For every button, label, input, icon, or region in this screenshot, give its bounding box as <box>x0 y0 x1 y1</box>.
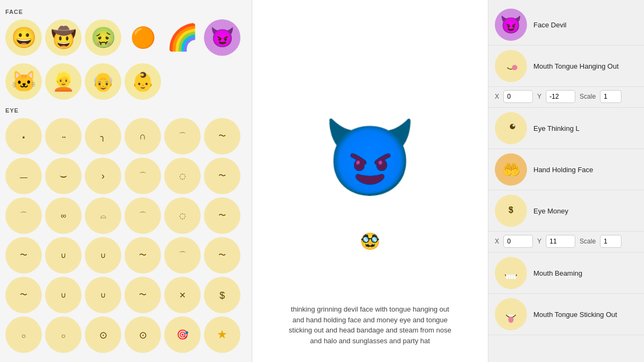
eye-3[interactable]: ╮ <box>85 118 121 154</box>
eye-33[interactable] <box>85 316 121 353</box>
x-input-2[interactable] <box>503 235 533 248</box>
svg-point-0 <box>498 53 524 79</box>
main-emoji: 😈 <box>323 120 417 195</box>
eye-7[interactable] <box>5 158 42 194</box>
mouth-beaming-thumb <box>495 257 527 289</box>
face-emoji-6[interactable]: 😈 <box>204 19 240 56</box>
eye-9[interactable]: › <box>85 158 121 194</box>
eye-27[interactable]: ∪ <box>85 277 121 313</box>
eye-thinking-thumb <box>495 112 527 144</box>
face-emoji-grid-2: 🐱 👱 👴 👶 <box>5 63 246 100</box>
right-item-eye-thinking[interactable]: Eye Thinking L <box>488 108 644 149</box>
mouth-tongue-label: Mouth Tongue Hanging Out <box>533 62 619 70</box>
eye-10[interactable]: ⌒ <box>125 158 161 194</box>
eye-17[interactable]: ◌ <box>164 197 201 234</box>
eye-21[interactable]: ∪ <box>85 237 121 274</box>
face-section-label: FACE <box>5 9 246 15</box>
face-emoji-grid: 😀 🤠 🤢 🟠 🌈 😈 <box>5 19 246 56</box>
eye-34[interactable] <box>125 316 161 353</box>
mouth-tongue-thumb <box>495 50 527 82</box>
face-devil-label: Face Devil <box>533 21 566 29</box>
right-item-hand-face[interactable]: 🤲 Hand Holding Face <box>488 149 644 190</box>
svg-point-4 <box>513 124 515 127</box>
eye-28[interactable]: 〜 <box>125 277 161 313</box>
y-input-1[interactable] <box>546 90 575 103</box>
right-item-face-devil[interactable]: 😈 Face Devil <box>488 4 644 46</box>
eye-30[interactable] <box>204 277 240 313</box>
eye-money-thumb: $ <box>495 195 527 227</box>
face-emoji-5[interactable]: 🌈 <box>164 19 201 56</box>
eye-16[interactable]: ⌒ <box>125 197 161 234</box>
eye-grid: ╮ ∩ ⌒ 〜 › ⌒ ◌ 〜 ⌒ ∞ ⌓ ⌒ ◌ 〜 〜 ∪ ∪ 〜 ⌒ 〜 … <box>5 118 246 353</box>
eye-20[interactable]: ∪ <box>45 237 82 274</box>
eye-2[interactable] <box>45 118 82 154</box>
eye-35[interactable]: 🎯 <box>164 316 201 353</box>
face-emoji-7[interactable]: 🐱 <box>5 63 42 100</box>
eye-thinking-label: Eye Thinking L <box>533 124 580 132</box>
eye-29[interactable] <box>164 277 201 313</box>
face-emoji-1[interactable]: 😀 <box>5 19 42 56</box>
right-item-mouth-tongue2[interactable]: Mouth Tongue Sticking Out <box>488 294 644 335</box>
svg-point-13 <box>508 316 514 323</box>
eye-6[interactable]: 〜 <box>204 118 240 154</box>
face-emoji-3[interactable]: 🤢 <box>85 19 121 56</box>
scale-label-1: Scale <box>580 93 596 100</box>
middle-panel: 😈 🥸 thinking grinning devil face with to… <box>252 0 488 362</box>
mouth-tongue2-label: Mouth Tongue Sticking Out <box>533 311 617 319</box>
eye-5[interactable]: ⌒ <box>164 118 201 154</box>
x-input-1[interactable] <box>503 90 533 103</box>
x-label-1: X <box>495 93 499 100</box>
face-emoji-4[interactable]: 🟠 <box>125 19 161 56</box>
eye-money-label: Eye Money <box>533 207 568 215</box>
eye-19[interactable]: 〜 <box>5 237 42 274</box>
eye-11[interactable]: ◌ <box>164 158 201 194</box>
description-text: thinking grinning devil face with tongue… <box>284 304 456 351</box>
eye-23[interactable]: ⌒ <box>164 237 201 274</box>
eye-25[interactable]: 〜 <box>5 277 42 313</box>
mouth-tongue2-thumb <box>495 298 527 330</box>
eye-32[interactable] <box>45 316 82 353</box>
eye-36[interactable] <box>204 316 240 353</box>
right-item-mouth-beaming[interactable]: Mouth Beaming <box>488 253 644 294</box>
eye-15[interactable]: ⌓ <box>85 197 121 234</box>
right-item-eye-money[interactable]: $ Eye Money <box>488 190 644 232</box>
scale-label-2: Scale <box>580 238 596 245</box>
eye-section-label: EYE <box>5 107 246 114</box>
mini-emoji: 🥸 <box>360 232 380 250</box>
y-label-2: Y <box>537 238 541 245</box>
eye-1[interactable] <box>5 118 42 154</box>
svg-point-3 <box>510 124 515 129</box>
face-emoji-2[interactable]: 🤠 <box>45 19 82 56</box>
eye-13[interactable]: ⌒ <box>5 197 42 234</box>
eye-24[interactable]: 〜 <box>204 237 240 274</box>
face-emoji-10[interactable]: 👶 <box>125 63 161 100</box>
eye-4[interactable]: ∩ <box>125 118 161 154</box>
y-label-1: Y <box>537 93 541 100</box>
svg-point-1 <box>512 65 517 70</box>
eye-14[interactable]: ∞ <box>45 197 82 234</box>
scale-input-1[interactable] <box>600 90 621 103</box>
eye-8[interactable] <box>45 158 82 194</box>
y-input-2[interactable] <box>546 235 575 248</box>
face-devil-thumb: 😈 <box>495 9 527 41</box>
left-panel: FACE 😀 🤠 🤢 🟠 🌈 😈 🐱 👱 👴 👶 EYE ╮ ∩ ⌒ 〜 › ⌒… <box>0 0 252 362</box>
canvas-area: 😈 🥸 <box>263 11 477 304</box>
face-emoji-8[interactable]: 👱 <box>45 63 82 100</box>
hand-face-thumb: 🤲 <box>495 153 527 186</box>
eye-money-xy-row: X Y Scale <box>488 232 644 253</box>
svg-text:$: $ <box>509 205 514 215</box>
eye-31[interactable] <box>5 316 42 353</box>
scale-input-2[interactable] <box>600 235 621 248</box>
eye-18[interactable]: 〜 <box>204 197 240 234</box>
eye-22[interactable]: 〜 <box>125 237 161 274</box>
x-label-2: X <box>495 238 499 245</box>
right-panel: 😈 Face Devil Mouth Tongue Hanging Out X … <box>488 0 644 362</box>
svg-point-7 <box>498 260 524 286</box>
right-item-mouth-tongue[interactable]: Mouth Tongue Hanging Out <box>488 46 644 87</box>
face-emoji-9[interactable]: 👴 <box>85 63 121 100</box>
mouth-tongue-xy-row: X Y Scale <box>488 87 644 108</box>
hand-face-label: Hand Holding Face <box>533 166 593 174</box>
svg-point-12 <box>498 301 524 327</box>
eye-12[interactable]: 〜 <box>204 158 240 194</box>
eye-26[interactable]: ∪ <box>45 277 82 313</box>
